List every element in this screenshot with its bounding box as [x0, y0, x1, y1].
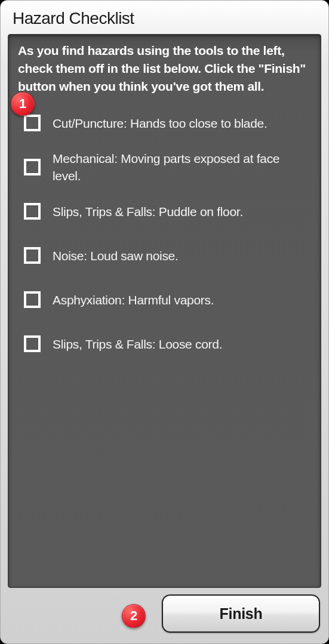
hazard-label: Asphyxiation: Harmful vapors. [53, 291, 310, 309]
list-item: Asphyxiation: Harmful vapors. [24, 278, 310, 322]
list-item: Slips, Trips & Falls: Loose cord. [24, 322, 310, 366]
hazard-checkbox[interactable] [24, 335, 41, 352]
checklist-body: As you find hazards using the tools to t… [8, 34, 321, 588]
finish-button[interactable]: Finish [162, 594, 320, 633]
hazard-label: Noise: Loud saw noise. [53, 247, 310, 264]
hazard-checkbox[interactable] [24, 115, 41, 131]
hazard-label: Cut/Puncture: Hands too close to blade. [53, 115, 310, 132]
panel-title: Hazard Checklist [8, 5, 321, 34]
list-item: Cut/Puncture: Hands too close to blade. [24, 101, 310, 145]
instructions-text: As you find hazards using the tools to t… [18, 42, 310, 95]
list-item: Noise: Loud saw noise. [24, 233, 310, 278]
list-item: Slips, Trips & Falls: Puddle on floor. [24, 189, 310, 233]
hazard-label: Mechanical: Moving parts exposed at face… [53, 150, 310, 185]
hazard-label: Slips, Trips & Falls: Loose cord. [53, 335, 310, 353]
checklist-items: Cut/Puncture: Hands too close to blade. … [18, 101, 310, 366]
hazard-checkbox[interactable] [24, 203, 41, 220]
annotation-badge: 2 [122, 604, 146, 628]
hazard-label: Slips, Trips & Falls: Puddle on floor. [53, 203, 310, 220]
hazard-checkbox[interactable] [24, 291, 41, 308]
hazard-checkbox[interactable] [24, 159, 41, 175]
panel-footer: Finish [1, 594, 328, 633]
list-item: Mechanical: Moving parts exposed at face… [24, 145, 310, 189]
hazard-checkbox[interactable] [24, 247, 41, 264]
annotation-badge: 1 [11, 92, 35, 116]
hazard-checklist-panel: Hazard Checklist As you find hazards usi… [0, 0, 329, 644]
